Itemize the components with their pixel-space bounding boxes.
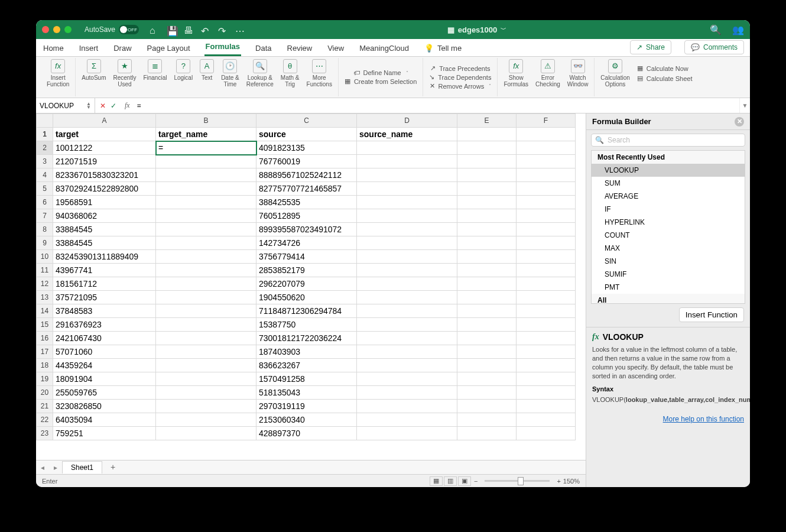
cell[interactable] <box>156 168 256 182</box>
tab-insert[interactable]: Insert <box>78 40 100 56</box>
insert-function-button[interactable]: fxInsert Function <box>44 58 72 89</box>
tab-view[interactable]: View <box>326 40 345 56</box>
row-header[interactable]: 1 <box>37 128 53 141</box>
cell[interactable] <box>156 345 256 359</box>
cell[interactable] <box>357 304 457 318</box>
tab-home[interactable]: Home <box>42 40 65 56</box>
row-header[interactable]: 3 <box>37 155 53 168</box>
cell[interactable] <box>517 196 576 209</box>
cell[interactable]: 142734726 <box>256 236 357 250</box>
sheet-nav-next-icon[interactable]: ▸ <box>49 463 62 472</box>
row-header[interactable]: 12 <box>37 277 53 291</box>
function-item[interactable]: SUMIF <box>592 268 745 281</box>
watch-window-button[interactable]: 👓Watch Window <box>565 58 591 89</box>
row-header[interactable]: 16 <box>37 332 53 345</box>
row-header[interactable]: 7 <box>37 209 53 223</box>
cell[interactable] <box>517 332 576 345</box>
row-header[interactable]: 18 <box>37 359 53 372</box>
cell[interactable] <box>517 128 576 141</box>
cancel-formula-icon[interactable]: ✕ <box>100 102 106 110</box>
cell[interactable] <box>517 155 576 168</box>
cell[interactable] <box>457 345 517 359</box>
cell[interactable] <box>357 359 457 372</box>
cell[interactable] <box>457 427 517 440</box>
row-header[interactable]: 2 <box>37 141 53 155</box>
tab-draw[interactable]: Draw <box>112 40 132 56</box>
close-window-icon[interactable] <box>42 26 49 33</box>
logical-button[interactable]: ?Logical <box>171 58 195 82</box>
cell[interactable]: 57071060 <box>53 345 156 359</box>
view-normal-icon[interactable]: ▦ <box>430 476 443 486</box>
fx-icon[interactable]: fx <box>121 101 134 110</box>
cell[interactable]: 212071519 <box>53 155 156 168</box>
insert-function-button[interactable]: Insert Function <box>679 307 744 322</box>
tab-formulas[interactable]: Formulas <box>204 38 242 56</box>
close-panel-icon[interactable]: ✕ <box>735 117 744 126</box>
tab-page-layout[interactable]: Page Layout <box>146 40 191 56</box>
cell[interactable] <box>156 155 256 168</box>
cell[interactable]: 375721095 <box>53 291 156 304</box>
cell[interactable] <box>357 141 457 155</box>
cell[interactable] <box>357 291 457 304</box>
cell[interactable] <box>517 168 576 182</box>
view-page-break-icon[interactable]: ▣ <box>458 476 471 486</box>
cell[interactable] <box>517 223 576 236</box>
cell[interactable] <box>156 372 256 386</box>
cell[interactable]: 37848583 <box>53 304 156 318</box>
cell[interactable] <box>517 427 576 440</box>
function-list[interactable]: Most Recently Used VLOOKUPSUMAVERAGEIFHY… <box>591 150 745 304</box>
cell[interactable] <box>517 291 576 304</box>
cell[interactable]: 2962207079 <box>256 277 357 291</box>
function-item[interactable]: AVERAGE <box>592 190 745 203</box>
cell[interactable] <box>156 236 256 250</box>
maximize-window-icon[interactable] <box>64 26 72 33</box>
cell[interactable]: 187403903 <box>256 345 357 359</box>
datetime-button[interactable]: 🕑Date & Time <box>219 58 242 89</box>
calculate-sheet-button[interactable]: ▤Calculate Sheet <box>635 74 695 83</box>
cell[interactable] <box>517 250 576 264</box>
home-icon[interactable]: ⌂ <box>150 25 158 34</box>
row-header[interactable]: 22 <box>37 413 53 427</box>
cell[interactable] <box>357 264 457 277</box>
function-item[interactable]: SIN <box>592 255 745 268</box>
cell[interactable] <box>357 345 457 359</box>
cell[interactable] <box>156 182 256 196</box>
print-icon[interactable]: 🖶 <box>184 25 193 34</box>
cell[interactable] <box>457 209 517 223</box>
tell-me[interactable]: 💡 Tell me <box>423 40 463 56</box>
cell[interactable] <box>357 182 457 196</box>
tab-meaningcloud[interactable]: MeaningCloud <box>358 40 410 56</box>
row-header[interactable]: 9 <box>37 236 53 250</box>
cell[interactable] <box>357 413 457 427</box>
cell[interactable]: 44359264 <box>53 359 156 372</box>
cell[interactable]: 33884545 <box>53 236 156 250</box>
cell[interactable] <box>357 372 457 386</box>
cell[interactable] <box>156 318 256 332</box>
row-header[interactable]: 14 <box>37 304 53 318</box>
confirm-formula-icon[interactable]: ✓ <box>111 102 116 110</box>
cell[interactable] <box>457 386 517 400</box>
cell[interactable] <box>357 386 457 400</box>
cell[interactable] <box>156 277 256 291</box>
cell[interactable]: 15387750 <box>256 318 357 332</box>
spreadsheet-grid[interactable]: A B C D E F 1 target target_name source … <box>36 113 576 440</box>
cell[interactable] <box>357 250 457 264</box>
cell[interactable]: 940368062 <box>53 209 156 223</box>
cell[interactable] <box>357 400 457 413</box>
cell[interactable] <box>517 236 576 250</box>
name-box[interactable]: VLOOKUP ▲▼ <box>36 98 95 113</box>
calculate-now-button[interactable]: ▦Calculate Now <box>635 64 695 73</box>
recently-used-button[interactable]: ★Recently Used <box>111 58 139 89</box>
row-header[interactable]: 5 <box>37 182 53 196</box>
cell[interactable]: 888895671025242112 <box>256 168 357 182</box>
function-item[interactable]: MAX <box>592 242 745 255</box>
cell[interactable] <box>457 277 517 291</box>
redo-icon[interactable]: ↷ <box>218 25 227 34</box>
row-header[interactable]: 20 <box>37 386 53 400</box>
cell[interactable] <box>457 291 517 304</box>
define-name-button[interactable]: 🏷Define Name˅ <box>351 69 411 77</box>
cell[interactable] <box>156 400 256 413</box>
cell[interactable] <box>156 332 256 345</box>
cell[interactable]: 1904550620 <box>256 291 357 304</box>
more-icon[interactable]: ⋯ <box>235 25 244 34</box>
